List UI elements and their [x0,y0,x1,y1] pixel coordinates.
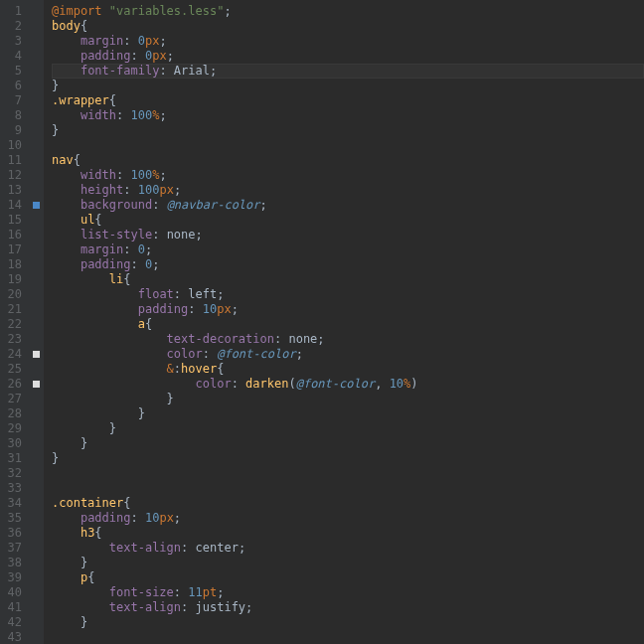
line-marker [32,183,44,198]
line-marker [32,526,44,541]
code-line[interactable]: padding: 0; [52,257,644,272]
line-number: 39 [4,570,22,585]
line-marker [32,79,44,93]
code-line[interactable]: margin: 0; [52,242,644,257]
line-number: 3 [4,34,22,49]
line-number: 7 [4,93,22,108]
line-marker [32,630,44,644]
code-line[interactable]: } [52,392,644,406]
code-line[interactable]: float: left; [52,287,644,302]
line-marker [32,451,44,466]
line-number: 9 [4,123,22,138]
line-number: 4 [4,49,22,64]
line-number: 19 [4,272,22,287]
code-line[interactable] [52,138,644,153]
code-line[interactable]: } [52,436,644,451]
code-line[interactable] [52,630,644,644]
line-marker [32,198,44,213]
code-line[interactable]: .wrapper{ [52,93,644,108]
line-marker [32,257,44,272]
code-line[interactable] [52,466,644,481]
code-line[interactable]: height: 100px; [52,183,644,198]
line-number: 6 [4,79,22,93]
line-marker [32,138,44,153]
line-number: 15 [4,213,22,228]
line-number: 42 [4,615,22,630]
code-line[interactable]: list-style: none; [52,228,644,242]
line-number: 17 [4,242,22,257]
code-line[interactable]: color: @font-color; [52,347,644,362]
code-line[interactable]: font-size: 11pt; [52,585,644,600]
code-line[interactable]: &:hover{ [52,362,644,377]
line-number: 33 [4,481,22,496]
line-number-gutter: 1234567891011121314151617181920212223242… [0,0,32,644]
line-marker [32,585,44,600]
line-number: 14 [4,198,22,213]
line-number: 20 [4,287,22,302]
line-marker [32,347,44,362]
line-number: 41 [4,600,22,615]
code-line[interactable]: width: 100%; [52,108,644,123]
line-marker [32,4,44,19]
code-line[interactable]: } [52,406,644,421]
code-line[interactable]: text-decoration: none; [52,332,644,347]
code-line[interactable]: } [52,123,644,138]
line-marker [32,377,44,392]
code-line[interactable]: } [52,615,644,630]
code-line[interactable]: li{ [52,272,644,287]
code-line[interactable]: nav{ [52,153,644,168]
code-line[interactable]: body{ [52,19,644,34]
line-number: 27 [4,392,22,406]
line-number: 18 [4,257,22,272]
line-marker [32,615,44,630]
line-number: 40 [4,585,22,600]
line-number: 25 [4,362,22,377]
line-marker [32,93,44,108]
line-marker [32,392,44,406]
line-marker [32,242,44,257]
code-line[interactable]: font-family: Arial; [52,64,644,79]
code-line[interactable]: background: @navbar-color; [52,198,644,213]
line-marker [32,466,44,481]
line-marker [32,64,44,79]
code-line[interactable]: .container{ [52,496,644,511]
line-number: 10 [4,138,22,153]
line-marker [32,228,44,242]
code-editor[interactable]: 1234567891011121314151617181920212223242… [0,0,644,644]
line-number: 16 [4,228,22,242]
code-line[interactable]: color: darken(@font-color, 10%) [52,377,644,392]
code-line[interactable] [52,481,644,496]
line-number: 26 [4,377,22,392]
line-marker [32,272,44,287]
code-line[interactable]: @import "variables.less"; [52,4,644,19]
line-number: 5 [4,64,22,79]
code-line[interactable]: p{ [52,570,644,585]
line-marker [32,511,44,526]
code-line[interactable]: text-align: center; [52,541,644,556]
line-number: 28 [4,406,22,421]
code-area[interactable]: @import "variables.less";body{ margin: 0… [44,0,644,644]
code-line[interactable]: padding: 0px; [52,49,644,64]
code-line[interactable]: ul{ [52,213,644,228]
line-number: 1 [4,4,22,19]
code-line[interactable]: width: 100%; [52,168,644,183]
line-marker [32,332,44,347]
code-line[interactable]: } [52,556,644,570]
code-line[interactable]: padding: 10px; [52,302,644,317]
code-line[interactable]: } [52,421,644,436]
line-number: 37 [4,541,22,556]
code-line[interactable]: } [52,79,644,93]
code-line[interactable]: } [52,451,644,466]
line-number: 22 [4,317,22,332]
code-line[interactable]: padding: 10px; [52,511,644,526]
line-number: 13 [4,183,22,198]
code-line[interactable]: a{ [52,317,644,332]
line-marker [32,362,44,377]
line-marker [32,34,44,49]
code-line[interactable]: margin: 0px; [52,34,644,49]
marker-gutter [32,0,44,644]
code-line[interactable]: text-align: justify; [52,600,644,615]
code-line[interactable]: h3{ [52,526,644,541]
line-number: 23 [4,332,22,347]
line-number: 8 [4,108,22,123]
